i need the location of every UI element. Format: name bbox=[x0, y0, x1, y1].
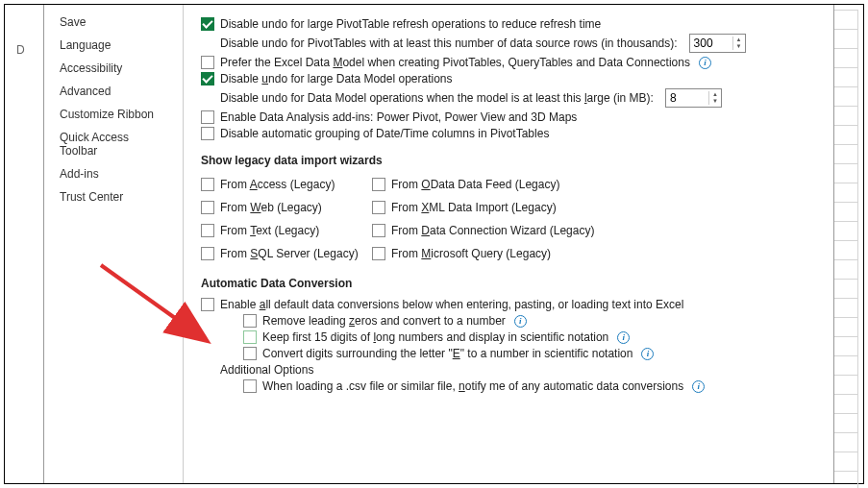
label-enable-all-conv: Enable all default data conversions belo… bbox=[220, 298, 683, 311]
window-frame: D Save Language Accessibility Advanced C… bbox=[4, 4, 864, 484]
label-legacy-sql: From SQL Server (Legacy) bbox=[220, 247, 359, 260]
label-keep-15: Keep first 15 digits of long numbers and… bbox=[262, 330, 608, 344]
label-enable-addins: Enable Data Analysis add-ins: Power Pivo… bbox=[220, 110, 577, 124]
checkbox-disable-grouping[interactable] bbox=[201, 127, 214, 140]
checkbox-keep-15[interactable] bbox=[243, 330, 257, 344]
spin-down-icon[interactable]: ▼ bbox=[709, 98, 721, 105]
sidebar-item-customize-ribbon[interactable]: Customize Ribbon bbox=[44, 103, 183, 126]
options-content: Disable undo for large PivotTable refres… bbox=[184, 5, 833, 483]
checkbox-legacy-odata[interactable] bbox=[372, 178, 385, 191]
checkbox-remove-zeros[interactable] bbox=[243, 314, 257, 328]
spin-up-icon[interactable]: ▲ bbox=[733, 37, 745, 43]
label-additional-options: Additional Options bbox=[220, 363, 313, 377]
info-icon[interactable]: i bbox=[641, 348, 654, 360]
spreadsheet-grid-right bbox=[834, 10, 858, 478]
checkbox-legacy-web[interactable] bbox=[201, 201, 214, 214]
checkbox-legacy-xml[interactable] bbox=[372, 201, 385, 214]
spinbox-pivot-rows[interactable]: ▲▼ bbox=[689, 34, 746, 53]
label-notify-csv: When loading a .csv file or similar file… bbox=[262, 379, 683, 393]
label-legacy-xml: From XML Data Import (Legacy) bbox=[391, 201, 557, 214]
label-pivot-rows: Disable undo for PivotTables with at lea… bbox=[220, 37, 678, 50]
label-remove-zeros: Remove leading zeros and convert to a nu… bbox=[262, 314, 506, 328]
checkbox-legacy-access[interactable] bbox=[201, 178, 214, 191]
checkbox-convert-e[interactable] bbox=[243, 347, 257, 360]
checkbox-notify-csv[interactable] bbox=[243, 379, 257, 393]
spin-down-icon[interactable]: ▼ bbox=[733, 43, 745, 50]
input-pivot-rows[interactable] bbox=[690, 35, 732, 52]
label-disable-undo-pivot: Disable undo for large PivotTable refres… bbox=[220, 17, 601, 31]
sidebar-item-addins[interactable]: Add-ins bbox=[44, 162, 183, 185]
spinbox-dm-size[interactable]: ▲▼ bbox=[665, 88, 722, 108]
options-sidebar: Save Language Accessibility Advanced Cus… bbox=[44, 5, 184, 483]
label-disable-undo-dm: Disable undo for large Data Model operat… bbox=[220, 72, 453, 85]
checkbox-legacy-dcw[interactable] bbox=[372, 224, 385, 237]
label-legacy-odata: From OData Data Feed (Legacy) bbox=[391, 178, 559, 191]
label-disable-grouping: Disable automatic grouping of Date/Time … bbox=[220, 127, 549, 140]
label-legacy-text: From Text (Legacy) bbox=[220, 224, 319, 237]
label-legacy-web: From Web (Legacy) bbox=[220, 201, 322, 214]
checkbox-disable-undo-dm[interactable] bbox=[201, 72, 214, 85]
checkbox-legacy-text[interactable] bbox=[201, 224, 214, 237]
spin-up-icon[interactable]: ▲ bbox=[709, 91, 721, 98]
sidebar-item-advanced[interactable]: Advanced bbox=[44, 80, 183, 103]
checkbox-disable-undo-pivot[interactable] bbox=[201, 17, 214, 31]
info-icon[interactable]: i bbox=[692, 380, 705, 393]
sidebar-item-trust-center[interactable]: Trust Center bbox=[44, 185, 183, 208]
input-dm-size[interactable] bbox=[666, 89, 708, 107]
label-prefer-data-model: Prefer the Excel Data Model when creatin… bbox=[220, 56, 690, 69]
label-legacy-msquery: From Microsoft Query (Legacy) bbox=[391, 247, 551, 260]
label-dm-size: Disable undo for Data Model operations w… bbox=[220, 91, 654, 105]
sidebar-item-language[interactable]: Language bbox=[44, 34, 183, 57]
sidebar-item-save[interactable]: Save bbox=[44, 11, 183, 34]
info-icon[interactable]: i bbox=[617, 331, 630, 344]
column-header-d: D bbox=[16, 43, 25, 57]
info-icon[interactable]: i bbox=[699, 57, 711, 69]
sidebar-item-accessibility[interactable]: Accessibility bbox=[44, 57, 183, 80]
checkbox-prefer-data-model[interactable] bbox=[201, 56, 214, 69]
section-auto-conversion: Automatic Data Conversion bbox=[201, 277, 816, 290]
checkbox-legacy-sql[interactable] bbox=[201, 247, 214, 260]
info-icon[interactable]: i bbox=[514, 315, 527, 328]
label-legacy-dcw: From Data Connection Wizard (Legacy) bbox=[391, 224, 594, 237]
checkbox-legacy-msquery[interactable] bbox=[372, 247, 385, 260]
label-convert-e: Convert digits surrounding the letter "E… bbox=[262, 347, 632, 360]
options-dialog: Save Language Accessibility Advanced Cus… bbox=[43, 5, 834, 483]
label-legacy-access: From Access (Legacy) bbox=[220, 178, 335, 191]
checkbox-enable-all-conv[interactable] bbox=[201, 298, 214, 311]
section-legacy-wizards: Show legacy data import wizards bbox=[201, 154, 816, 167]
sidebar-item-quick-access[interactable]: Quick Access Toolbar bbox=[44, 126, 183, 162]
checkbox-enable-addins[interactable] bbox=[201, 110, 214, 124]
